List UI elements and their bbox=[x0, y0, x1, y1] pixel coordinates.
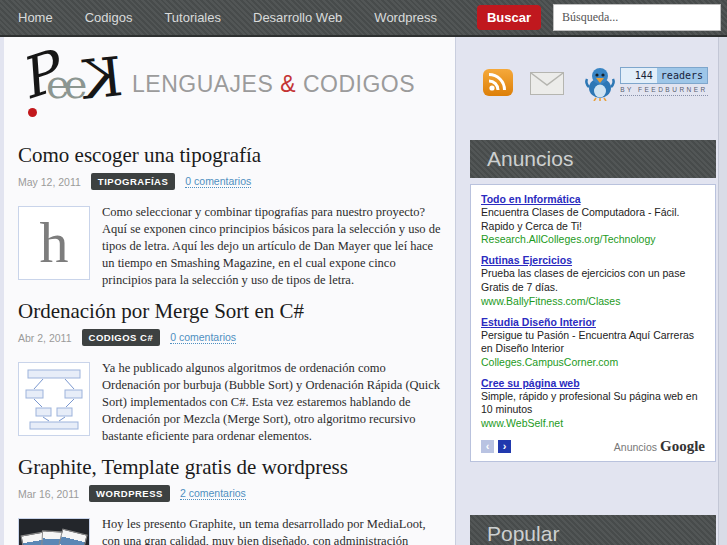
ad-title-link[interactable]: Cree su página web bbox=[481, 377, 705, 389]
logo-red-dot bbox=[28, 108, 37, 117]
nav-item-wordpress[interactable]: Wordpress bbox=[374, 10, 437, 25]
ad-title-link[interactable]: Estudia Diseño Interior bbox=[481, 316, 705, 328]
ad-url-link[interactable]: Colleges.CampusCorner.com bbox=[481, 356, 705, 368]
ad-text: Simple, rápido y profesional Su página w… bbox=[481, 390, 705, 417]
ad-title-link[interactable]: Rutinas Ejercicios bbox=[481, 254, 705, 266]
rss-icon[interactable] bbox=[483, 69, 513, 96]
ads-next-button[interactable]: › bbox=[498, 440, 511, 453]
tagline-word2: CODIGOS bbox=[303, 71, 415, 97]
sidebar: 144 readers BY FEEDBURNER Anuncios Todo … bbox=[470, 37, 716, 545]
feedburner-chicklet: 144 readers bbox=[620, 67, 708, 84]
post-meta: May 12, 2011 TIPOGRAFÍAS 0 comentarios bbox=[18, 173, 441, 190]
post-title[interactable]: Ordenación por Merge Sort en C# bbox=[18, 299, 441, 324]
post-category-badge[interactable]: CODIGOS C# bbox=[82, 329, 161, 346]
post-comments-link[interactable]: 2 comentarios bbox=[180, 487, 246, 500]
ad-title-link[interactable]: Todo en Informática bbox=[481, 193, 705, 205]
feedburner-byline: BY FEEDBURNER bbox=[620, 86, 708, 96]
anuncios-label: Anuncios bbox=[614, 441, 657, 453]
post-date: Abr 2, 2011 bbox=[18, 332, 72, 344]
post-1: Como escoger una tipografía May 12, 2011… bbox=[18, 143, 441, 289]
google-ads-box: Todo en Informática Encuentra Clases de … bbox=[470, 184, 716, 462]
post-meta: Mar 16, 2011 WORDPRESS 2 comentarios bbox=[18, 485, 441, 502]
ad-url-link[interactable]: www.BallyFitness.com/Clases bbox=[481, 295, 705, 307]
ad-url-link[interactable]: www.WebSelf.net bbox=[481, 417, 705, 429]
site-logo[interactable]: P ee K bbox=[20, 51, 120, 121]
ad-item: Cree su página web Simple, rápido y prof… bbox=[481, 377, 705, 429]
post-date: Mar 16, 2011 bbox=[18, 488, 79, 500]
anuncios-section-header: Anuncios bbox=[470, 140, 716, 178]
google-logo: Google bbox=[660, 438, 705, 455]
ad-text: Prueba las clases de ejercicios con un p… bbox=[481, 267, 705, 294]
thumbnail-letter-h: h bbox=[40, 214, 69, 272]
nav-item-codigos[interactable]: Codigos bbox=[85, 10, 133, 25]
logo-letters-ee: ee bbox=[46, 61, 81, 107]
search-button[interactable]: Buscar bbox=[477, 5, 541, 30]
feedburner-counter[interactable]: 144 readers BY FEEDBURNER bbox=[620, 67, 708, 96]
post-3: Graphite, Template gratis de wordpress M… bbox=[18, 455, 441, 545]
main-content: P ee K LENGUAJES & CODIGOS Como escoger … bbox=[4, 37, 456, 545]
post-thumbnail[interactable] bbox=[18, 362, 90, 436]
email-icon[interactable] bbox=[530, 72, 564, 99]
popular-section-header: Popular bbox=[470, 515, 716, 545]
post-title[interactable]: Graphite, Template gratis de wordpress bbox=[18, 455, 441, 480]
nav-item-desarrollo-web[interactable]: Desarrollo Web bbox=[253, 10, 342, 25]
post-thumbnail[interactable]: h bbox=[18, 206, 90, 280]
ads-by-google[interactable]: Anuncios Google bbox=[614, 438, 705, 455]
merge-sort-diagram bbox=[23, 366, 85, 432]
post-title[interactable]: Como escoger una tipografía bbox=[18, 143, 441, 168]
ad-item: Todo en Informática Encuentra Clases de … bbox=[481, 193, 705, 245]
ad-url-link[interactable]: Research.AllColleges.org/Technology bbox=[481, 233, 705, 245]
search-input[interactable] bbox=[553, 4, 721, 31]
post-thumbnail[interactable] bbox=[18, 518, 90, 545]
readers-label: readers bbox=[657, 68, 707, 83]
reader-count: 144 bbox=[621, 68, 657, 83]
page-scrollbar[interactable] bbox=[718, 37, 727, 545]
subscribe-icons-row: 144 readers BY FEEDBURNER bbox=[470, 65, 716, 109]
post-comments-link[interactable]: 0 comentarios bbox=[170, 331, 236, 344]
nav-item-home[interactable]: Home bbox=[18, 10, 53, 25]
site-header: P ee K LENGUAJES & CODIGOS bbox=[18, 37, 441, 133]
tagline-word1: LENGUAJES bbox=[132, 71, 273, 97]
ad-text: Persigue tu Pasión - Encuentra Aquí Carr… bbox=[481, 329, 705, 356]
ad-text: Encuentra Clases de Computadora - Fácil.… bbox=[481, 206, 705, 233]
post-category-badge[interactable]: TIPOGRAFÍAS bbox=[91, 173, 175, 190]
post-category-badge[interactable]: WORDPRESS bbox=[89, 485, 170, 502]
nav-item-tutoriales[interactable]: Tutoriales bbox=[164, 10, 221, 25]
top-navbar: Home Codigos Tutoriales Desarrollo Web W… bbox=[0, 0, 727, 37]
twitter-bird-icon[interactable] bbox=[583, 65, 617, 105]
tagline-ampersand: & bbox=[280, 71, 296, 97]
ads-footer: ‹ › Anuncios Google bbox=[481, 438, 705, 455]
post-comments-link[interactable]: 0 comentarios bbox=[185, 175, 251, 188]
post-date: May 12, 2011 bbox=[18, 176, 81, 188]
logo-letter-k: K bbox=[79, 45, 126, 112]
ad-item: Estudia Diseño Interior Persigue tu Pasi… bbox=[481, 316, 705, 368]
post-2: Ordenación por Merge Sort en C# Abr 2, 2… bbox=[18, 299, 441, 445]
post-meta: Abr 2, 2011 CODIGOS C# 0 comentarios bbox=[18, 329, 441, 346]
ads-prev-button[interactable]: ‹ bbox=[481, 440, 494, 453]
site-tagline: LENGUAJES & CODIGOS bbox=[132, 71, 415, 98]
ad-item: Rutinas Ejercicios Prueba las clases de … bbox=[481, 254, 705, 306]
